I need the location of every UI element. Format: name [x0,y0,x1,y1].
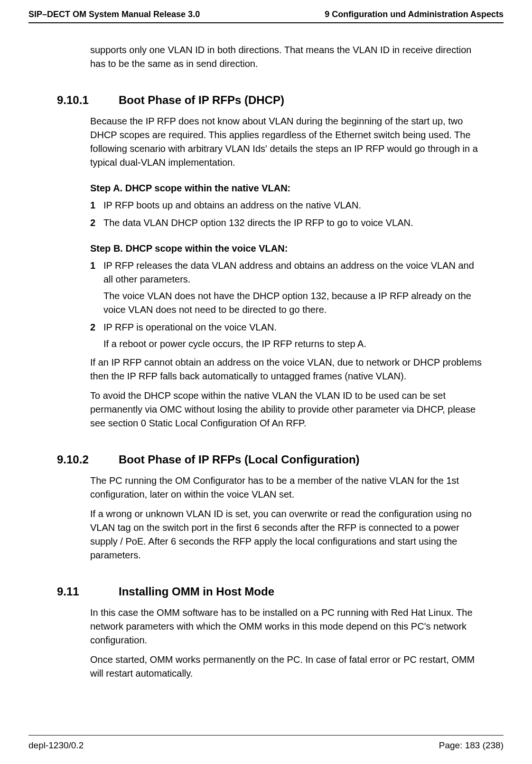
section-number: 9.10.1 [57,94,119,107]
section-title: Boot Phase of IP RFPs (DHCP) [119,94,284,107]
list-item: 1 IP RFP releases the data VLAN address … [90,259,485,317]
list-item-subtext: The voice VLAN does not have the DHCP op… [103,289,485,317]
section-9-11-body-1: In this case the OMM software has to be … [90,606,485,647]
section-9-10-1-heading: 9.10.1 Boot Phase of IP RFPs (DHCP) [57,94,485,107]
list-item-text: The data VLAN DHCP option 132 directs th… [103,216,485,230]
step-b-list: 1 IP RFP releases the data VLAN address … [90,259,485,351]
section-9-10-1-body: Because the IP RFP does not know about V… [90,114,485,170]
section-9-11-body-2: Once started, OMM works permanently on t… [90,653,485,680]
step-a-list: 1IP RFP boots up and obtains an address … [90,198,485,230]
header-left: SIP–DECT OM System Manual Release 3.0 [28,9,200,19]
list-item-text: IP RFP is operational on the voice VLAN. [103,321,485,334]
section-number: 9.10.2 [57,453,119,466]
section-9-10-2-heading: 9.10.2 Boot Phase of IP RFPs (Local Conf… [57,453,485,466]
section-number: 9.11 [57,585,119,598]
footer-left: depl-1230/0.2 [28,740,84,751]
step-a-heading: Step A. DHCP scope within the native VLA… [90,183,485,194]
list-item: 2 IP RFP is operational on the voice VLA… [90,321,485,351]
section-9-10-1-tail-1: If an IP RFP cannot obtain an address on… [90,356,485,383]
section-9-10-2-body-2: If a wrong or unknown VLAN ID is set, yo… [90,507,485,562]
footer-rule [28,735,504,736]
list-item-text: IP RFP boots up and obtains an address o… [103,198,485,212]
list-item: 1IP RFP boots up and obtains an address … [90,198,485,212]
list-item-text: IP RFP releases the data VLAN address an… [103,259,485,286]
intro-paragraph: supports only one VLAN ID in both direct… [90,43,485,71]
section-9-10-2-body-1: The PC running the OM Configurator has t… [90,474,485,501]
list-item-subtext: If a reboot or power cycle occurs, the I… [103,337,485,351]
list-item: 2The data VLAN DHCP option 132 directs t… [90,216,485,230]
step-b-heading: Step B. DHCP scope within the voice VLAN… [90,243,485,254]
section-title: Installing OMM in Host Mode [119,585,274,598]
header-right: 9 Configuration und Administration Aspec… [325,9,504,19]
page-header: SIP–DECT OM System Manual Release 3.0 9 … [28,0,504,22]
page-footer: depl-1230/0.2 Page: 183 (238) [28,735,504,751]
section-title: Boot Phase of IP RFPs (Local Configurati… [119,453,360,466]
footer-right: Page: 183 (238) [439,740,504,751]
header-rule [28,22,504,23]
section-9-11-heading: 9.11 Installing OMM in Host Mode [57,585,485,598]
section-9-10-1-tail-2: To avoid the DHCP scope within the nativ… [90,389,485,430]
